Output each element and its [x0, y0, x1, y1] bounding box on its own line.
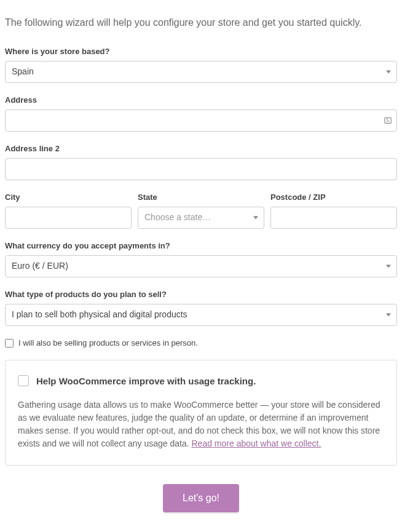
store-location-label: Where is your store based? — [5, 47, 397, 56]
city-label: City — [5, 193, 132, 202]
contact-card-icon — [384, 116, 392, 125]
tracking-description: Gathering usage data allows us to make W… — [18, 399, 384, 450]
store-location-select[interactable]: Spain — [5, 61, 397, 83]
state-select[interactable]: Choose a state… — [138, 207, 264, 229]
address2-label: Address line 2 — [5, 144, 397, 153]
in-person-checkbox[interactable] — [5, 339, 14, 347]
tracking-checkbox[interactable] — [18, 375, 29, 386]
state-label: State — [138, 193, 264, 202]
intro-text: The following wizard will help you confi… — [5, 17, 397, 28]
svg-rect-0 — [385, 118, 392, 124]
currency-label: What currency do you accept payments in? — [5, 241, 397, 250]
currency-select[interactable]: Euro (€ / EUR) — [5, 255, 397, 277]
tracking-panel: Help WooCommerce improve with usage trac… — [5, 360, 397, 466]
address-label: Address — [5, 95, 397, 105]
tracking-link[interactable]: Read more about what we collect. — [192, 439, 321, 448]
postcode-label: Postcode / ZIP — [270, 193, 397, 202]
tracking-title: Help WooCommerce improve with usage trac… — [36, 376, 256, 386]
address2-input[interactable] — [5, 158, 397, 180]
product-type-label: What type of products do you plan to sel… — [5, 290, 397, 299]
product-type-select[interactable]: I plan to sell both physical and digital… — [5, 304, 397, 326]
postcode-input[interactable] — [270, 207, 397, 229]
submit-button[interactable]: Let's go! — [163, 484, 239, 512]
city-input[interactable] — [5, 207, 132, 229]
in-person-label: I will also be selling products or servi… — [18, 338, 198, 347]
address-input[interactable] — [5, 109, 397, 132]
